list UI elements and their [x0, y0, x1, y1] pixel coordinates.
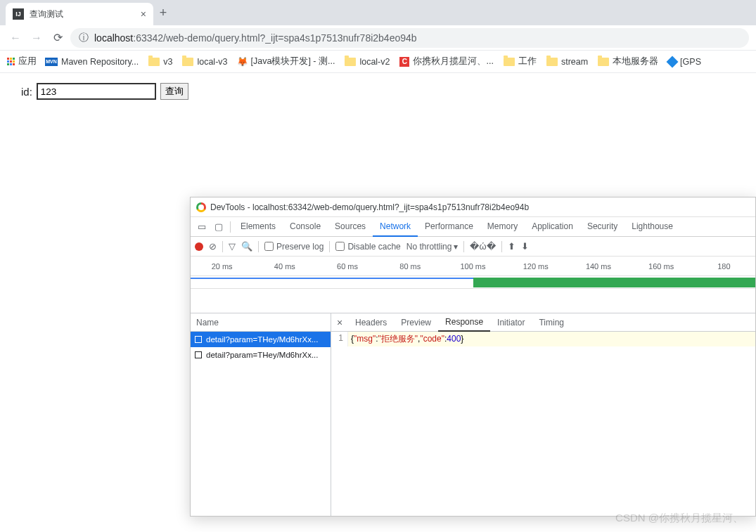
detail-tab-timing[interactable]: Timing — [532, 313, 571, 332]
response-body[interactable]: 1 {"msg":"拒绝服务","code":400} — [331, 332, 755, 346]
apps-label: 应用 — [18, 56, 37, 67]
preserve-log-checkbox[interactable]: Preserve log — [264, 242, 323, 252]
device-icon[interactable]: ▢ — [210, 221, 227, 232]
search-icon[interactable]: 🔍 — [241, 241, 252, 252]
disable-cache-checkbox[interactable]: Disable cache — [335, 242, 400, 252]
bookmark-label: Maven Repository... — [61, 57, 139, 67]
timeline-tick: 80 ms — [379, 262, 442, 271]
close-detail-button[interactable]: × — [331, 317, 348, 328]
bookmark-item[interactable]: 工作 — [504, 56, 537, 67]
devtools-tab-elements[interactable]: Elements — [233, 217, 283, 236]
detail-tab-preview[interactable]: Preview — [394, 313, 438, 332]
bookmark-item[interactable]: local-v3 — [182, 57, 227, 67]
bookmark-item[interactable]: [GPS — [668, 57, 701, 67]
browser-tab[interactable]: IJ 查询测试 × — [6, 3, 153, 25]
request-name: detail?param=THey/Md6hrXx... — [206, 335, 318, 344]
devtools-tab-network[interactable]: Network — [373, 217, 418, 237]
timeline-tick: 100 ms — [442, 262, 504, 271]
line-number: 1 — [331, 332, 348, 346]
timeline-ruler[interactable]: 20 ms40 ms60 ms80 ms100 ms120 ms140 ms16… — [191, 257, 755, 276]
inspect-icon[interactable]: ▭ — [193, 221, 210, 232]
clear-button[interactable]: ⊘ — [209, 241, 217, 252]
forward-button[interactable]: → — [28, 30, 45, 46]
timeline-spacer — [191, 289, 755, 313]
query-button[interactable]: 查询 — [160, 83, 188, 100]
request-detail: × HeadersPreviewResponseInitiatorTiming … — [331, 313, 755, 516]
bookmark-label: 本地服务器 — [613, 56, 658, 67]
devtools-tab-memory[interactable]: Memory — [480, 217, 525, 236]
bookmark-item[interactable]: stream — [546, 57, 588, 67]
reload-button[interactable]: ⟳ — [49, 30, 66, 46]
filter-icon[interactable]: ▽ — [229, 241, 236, 252]
upload-icon[interactable]: ⬆ — [508, 241, 515, 252]
devtools-tab-lighthouse[interactable]: Lighthouse — [624, 217, 680, 236]
diamond-icon — [667, 56, 679, 67]
record-button[interactable] — [195, 242, 203, 251]
timeline-tick: 40 ms — [253, 262, 316, 271]
bookmark-label: local-v3 — [197, 57, 227, 67]
request-row[interactable]: detail?param=THey/Md6hrXx... — [191, 347, 331, 363]
document-icon — [195, 351, 202, 358]
devtools-tab-console[interactable]: Console — [283, 217, 328, 236]
divider — [463, 241, 464, 252]
bookmark-item[interactable]: 本地服务器 — [598, 56, 658, 67]
apps-icon — [7, 58, 15, 65]
back-button[interactable]: ← — [7, 30, 24, 46]
devtools-tab-security[interactable]: Security — [580, 217, 624, 236]
bookmark-label: stream — [561, 57, 588, 67]
timeline-tick: 120 ms — [504, 262, 567, 271]
timeline-tick: 20 ms — [191, 262, 253, 271]
url-input[interactable]: ⓘ localhost:63342/web-demo/query.html?_i… — [70, 28, 749, 48]
bookmark-label: [Java模块开发] - 测... — [251, 56, 335, 67]
bookmark-item[interactable]: MVNMaven Repository... — [45, 57, 139, 67]
fox-icon: 🦊 — [238, 57, 248, 67]
divider — [501, 241, 502, 252]
detail-tab-headers[interactable]: Headers — [348, 313, 394, 332]
favicon-icon: IJ — [13, 8, 24, 20]
request-name: detail?param=THey/Md6hrXx... — [206, 351, 318, 359]
divider — [258, 241, 259, 252]
timeline-tick: 140 ms — [567, 262, 629, 271]
url-host: localhost — [94, 32, 133, 44]
devtools-tab-performance[interactable]: Performance — [418, 217, 480, 236]
devtools-tab-sources[interactable]: Sources — [328, 217, 373, 236]
bookmark-item[interactable]: local-v2 — [345, 57, 390, 67]
timeline-tick: 60 ms — [316, 262, 378, 271]
wifi-icon[interactable]: �ώ� — [470, 241, 495, 252]
divider — [329, 241, 330, 252]
request-list-header[interactable]: Name — [191, 313, 331, 332]
devtools-titlebar[interactable]: DevTools - localhost:63342/web-demo/quer… — [191, 197, 755, 217]
folder-icon — [598, 58, 609, 66]
new-tab-button[interactable]: + — [153, 6, 173, 20]
id-label: id: — [21, 86, 32, 98]
info-icon: ⓘ — [79, 32, 89, 44]
chrome-icon — [196, 202, 206, 212]
folder-icon — [504, 58, 515, 66]
bookmarks-bar: 应用 MVNMaven Repository...v3local-v3🦊[Jav… — [0, 51, 756, 73]
apps-button[interactable]: 应用 — [7, 56, 37, 67]
detail-tabs: × HeadersPreviewResponseInitiatorTiming — [331, 313, 755, 332]
bookmark-label: local-v2 — [359, 57, 390, 67]
folder-icon — [546, 58, 558, 66]
bookmark-label: [GPS — [680, 57, 701, 67]
devtools-tab-application[interactable]: Application — [525, 217, 580, 236]
page-content: id: 查询 — [0, 73, 756, 110]
detail-tab-response[interactable]: Response — [438, 313, 490, 332]
close-tab-icon[interactable]: × — [141, 8, 146, 20]
address-bar: ← → ⟳ ⓘ localhost:63342/web-demo/query.h… — [0, 25, 756, 51]
bookmark-item[interactable]: 🦊[Java模块开发] - 测... — [238, 56, 335, 67]
id-input[interactable] — [37, 83, 156, 100]
url-path: :63342/web-demo/query.html?_ijt=spa4s1p7… — [133, 32, 416, 44]
bookmark-label: 工作 — [518, 56, 537, 67]
detail-tab-initiator[interactable]: Initiator — [490, 313, 532, 332]
timeline-waterfall[interactable] — [191, 276, 755, 289]
throttling-select[interactable]: No throttling ▾ — [406, 242, 459, 252]
bookmark-item[interactable]: v3 — [148, 57, 172, 67]
mvn-icon: MVN — [45, 58, 58, 66]
bookmark-item[interactable]: C你携秋月揽星河、... — [399, 56, 493, 67]
tab-bar: IJ 查询测试 × + — [0, 0, 756, 25]
request-row[interactable]: detail?param=THey/Md6hrXx... — [191, 332, 331, 347]
bookmark-label: 你携秋月揽星河、... — [413, 56, 493, 67]
download-icon[interactable]: ⬇ — [521, 241, 529, 252]
folder-icon — [345, 58, 356, 66]
